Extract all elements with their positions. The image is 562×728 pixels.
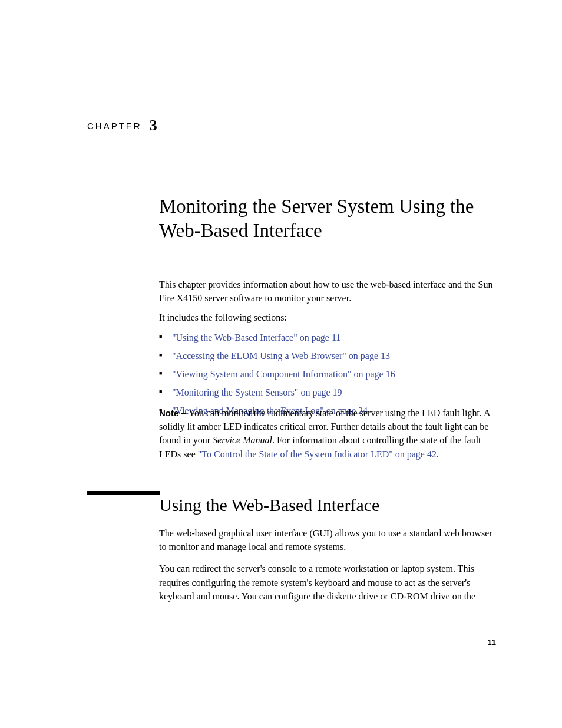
note-rule-top [159,401,497,401]
note-label: Note – [159,408,189,418]
title-divider [87,266,497,266]
intro-paragraph-1: This chapter provides information about … [159,278,498,305]
page-number: 11 [488,638,496,647]
section-link[interactable]: "Accessing the ELOM Using a Web Browser"… [172,351,390,361]
section-list: "Using the Web-Based Interface" on page … [159,331,498,418]
list-item: "Monitoring the System Sensors" on page … [159,386,498,399]
section-bar [87,491,160,495]
chapter-title: Monitoring the Server System Using the W… [159,195,501,243]
chapter-label: CHAPTER [87,121,142,131]
note-text-c: . [437,449,439,459]
list-item: "Accessing the ELOM Using a Web Browser"… [159,349,498,363]
page: CHAPTER 3 Monitoring the Server System U… [0,0,562,728]
note-italic: Service Manual [213,435,272,445]
note-rule-bottom [159,465,497,465]
section-link[interactable]: "Monitoring the System Sensors" on page … [172,387,342,397]
note-link[interactable]: "To Control the State of the System Indi… [198,449,437,459]
chapter-number: 3 [150,117,157,134]
section-link[interactable]: "Using the Web-Based Interface" on page … [172,332,340,342]
section-body: The web-based graphical user interface (… [159,526,498,611]
section-heading: Using the Web-Based Interface [159,495,379,515]
list-item: "Using the Web-Based Interface" on page … [159,331,498,344]
section-link[interactable]: "Viewing System and Component Informatio… [172,369,395,379]
intro-paragraph-2: It includes the following sections: [159,311,498,324]
chapter-label-line: CHAPTER 3 [87,117,157,134]
section-paragraph-1: The web-based graphical user interface (… [159,526,498,554]
section-paragraph-2: You can redirect the server's console to… [159,562,498,603]
note-block: Note – You can monitor the rudimentary s… [159,406,498,461]
list-item: "Viewing System and Component Informatio… [159,367,498,381]
